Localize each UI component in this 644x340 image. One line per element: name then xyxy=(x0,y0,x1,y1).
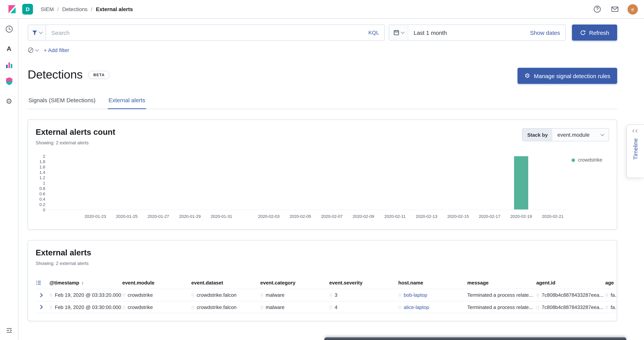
drag-handle-icon[interactable] xyxy=(329,293,332,297)
newsfeed-envelope-icon[interactable] xyxy=(610,4,620,14)
drag-handle-icon[interactable] xyxy=(605,305,608,309)
column-header[interactable]: message xyxy=(467,280,536,285)
column-header-label: message xyxy=(467,280,488,285)
analytics-app-icon[interactable] xyxy=(3,59,15,71)
timeline-flyout-toggle[interactable]: Timeline xyxy=(626,124,644,178)
stack-by-label: Stack by xyxy=(523,129,552,141)
column-header[interactable]: event.module xyxy=(122,280,191,285)
breadcrumb-siem[interactable]: SIEM xyxy=(41,6,54,12)
expand-row-button[interactable] xyxy=(36,302,46,312)
table-row: Feb 19, 2020 @ 03:30:00.000 crowdstrike … xyxy=(36,301,617,313)
column-header[interactable]: event.severity xyxy=(329,280,398,285)
drag-handle-icon[interactable] xyxy=(191,305,194,309)
page-header: Detections BETA ⚙ Manage signal detectio… xyxy=(28,68,617,84)
drag-handle-icon[interactable] xyxy=(536,293,539,297)
management-gear-icon[interactable]: ⚙ xyxy=(3,95,15,107)
filter-bar: + Add filter xyxy=(28,46,617,54)
drag-handle-icon[interactable] xyxy=(50,293,52,297)
drag-handle-icon[interactable] xyxy=(50,305,52,309)
add-filter-link[interactable]: + Add filter xyxy=(44,47,69,53)
customize-columns-icon[interactable] xyxy=(36,280,42,285)
search-input[interactable] xyxy=(51,29,364,36)
recently-viewed-clock-icon[interactable] xyxy=(3,23,15,35)
drag-handle-icon[interactable] xyxy=(122,305,125,309)
y-tick-label: 0.6 xyxy=(39,191,45,196)
x-tick-label: 2020-01-29 xyxy=(179,214,201,219)
x-tick-label: 2020-02-03 xyxy=(258,214,280,219)
column-header-label: age xyxy=(605,280,614,285)
chevron-right-icon xyxy=(38,293,43,297)
user-avatar[interactable]: e xyxy=(628,4,638,14)
y-tick-label: 1.6 xyxy=(39,165,45,169)
gear-icon: ⚙ xyxy=(524,73,530,79)
cell-event-severity: 4 xyxy=(329,304,398,310)
host-name-link[interactable]: bob-laptop xyxy=(404,292,427,298)
column-header[interactable]: host.name xyxy=(398,280,467,285)
space-badge[interactable]: D xyxy=(22,4,33,14)
filter-set-menu-button[interactable] xyxy=(28,47,38,53)
x-tick-label: 2020-01-25 xyxy=(116,214,138,219)
cell-event-module: crowdstrike xyxy=(122,304,191,310)
show-dates-link[interactable]: Show dates xyxy=(530,29,566,36)
drag-handle-icon[interactable] xyxy=(536,305,539,309)
column-header[interactable]: event.dataset xyxy=(191,280,260,285)
timeline-bottom-bar[interactable] xyxy=(324,337,626,340)
y-tick-label: 0.4 xyxy=(39,197,45,201)
y-tick-label: 1 xyxy=(43,181,45,185)
alerts-count-showing: Showing: 2 external alerts xyxy=(36,140,115,146)
collapse-nav-icon[interactable] xyxy=(3,325,15,336)
host-name-link[interactable]: alice-laptop xyxy=(404,304,429,310)
refresh-icon xyxy=(580,30,586,35)
siem-app-icon[interactable] xyxy=(3,75,15,87)
column-header[interactable]: age xyxy=(605,280,617,285)
drag-handle-icon[interactable] xyxy=(122,293,125,297)
alerts-table-showing: Showing: 2 external alerts xyxy=(36,261,609,266)
alerts-table-title: External alerts xyxy=(36,248,609,257)
chevron-down-icon xyxy=(400,30,404,34)
tab[interactable]: External alerts xyxy=(108,93,146,109)
time-range-value[interactable]: Last 1 month xyxy=(408,29,447,36)
expand-row-button[interactable] xyxy=(36,290,46,300)
calendar-menu-button[interactable] xyxy=(389,25,408,40)
manage-rules-button[interactable]: ⚙ Manage signal detection rules xyxy=(518,68,617,84)
x-tick-label: 2020-02-15 xyxy=(447,214,469,219)
drag-handle-icon[interactable] xyxy=(605,293,608,297)
bar-crowdstrike[interactable] xyxy=(514,156,528,209)
breadcrumb-detections[interactable]: Detections xyxy=(62,6,88,12)
x-tick-label: 2020-02-11 xyxy=(384,214,406,219)
cell-event-severity: 3 xyxy=(329,292,398,298)
drag-handle-icon[interactable] xyxy=(191,293,194,297)
app-a-icon[interactable]: A xyxy=(3,43,15,55)
chevron-right-icon xyxy=(38,305,43,309)
column-header[interactable]: agent.id xyxy=(536,280,605,285)
drag-handle-icon[interactable] xyxy=(398,305,401,309)
stack-by-select[interactable]: event.module xyxy=(552,129,609,141)
drag-handle-icon[interactable] xyxy=(329,305,332,309)
column-header[interactable]: event.category xyxy=(260,280,329,285)
chart-legend-item[interactable]: crowdstrike xyxy=(568,157,609,163)
tab[interactable]: Signals (SIEM Detections) xyxy=(28,93,96,109)
legend-dot xyxy=(572,158,575,162)
main-content: KQL Last 1 month Show dates Ref xyxy=(18,19,644,340)
kql-toggle[interactable]: KQL xyxy=(368,29,379,36)
drag-handle-icon[interactable] xyxy=(398,293,401,297)
cell-event-dataset: crowdstrike.falcon xyxy=(191,292,260,298)
kibana-logo-icon[interactable] xyxy=(6,3,18,15)
drag-handle-icon[interactable] xyxy=(260,305,263,309)
top-bar: D SIEM / Detections / External alerts xyxy=(0,0,644,19)
column-header-label: event.dataset xyxy=(191,280,223,285)
refresh-button[interactable]: Refresh xyxy=(572,24,617,41)
column-header[interactable]: @timestamp ↓ xyxy=(50,280,122,285)
saved-query-menu-button[interactable] xyxy=(28,24,46,41)
drag-handle-icon[interactable] xyxy=(260,293,263,297)
cell-agent-id: 7c808b4c8878433287eea... xyxy=(536,304,605,310)
table-header-row: @timestamp ↓ event.module event.dataset xyxy=(36,276,617,289)
tab-label: External alerts xyxy=(108,97,145,103)
breadcrumb-current: External alerts xyxy=(96,6,133,12)
chevron-down-icon xyxy=(600,132,604,136)
alerts-count-title: External alerts count xyxy=(36,128,115,137)
column-header-label: host.name xyxy=(398,280,423,285)
sort-desc-icon: ↓ xyxy=(82,280,84,285)
top-bar-actions: e xyxy=(592,4,638,14)
help-icon[interactable] xyxy=(592,4,602,14)
